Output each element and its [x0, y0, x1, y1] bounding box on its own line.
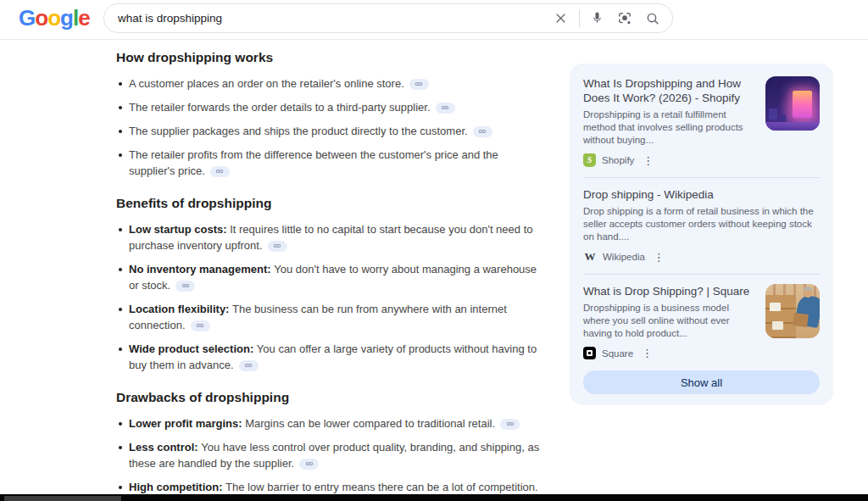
- bullet-item: A customer places an order on the retail…: [116, 75, 540, 92]
- card-title[interactable]: Drop shipping - Wikipedia: [583, 187, 820, 202]
- source-row: Wikipedia⋮: [583, 250, 820, 264]
- show-all-button[interactable]: Show all: [583, 370, 820, 394]
- source-card-list: What Is Dropshipping and How Does It Wor…: [583, 76, 820, 359]
- citation-link-icon[interactable]: [409, 79, 429, 90]
- citation-link-icon[interactable]: [473, 126, 492, 137]
- source-card[interactable]: Drop shipping - WikipediaDrop shipping i…: [583, 187, 820, 264]
- sources-panel: What Is Dropshipping and How Does It Wor…: [570, 64, 833, 405]
- section-heading: Benefits of dropshipping: [116, 196, 540, 211]
- card-divider: [583, 177, 820, 178]
- citation-link-icon[interactable]: [191, 320, 210, 331]
- bullet-item: Lower profit margins: Margins can be low…: [116, 415, 540, 431]
- source-name: Square: [602, 348, 633, 359]
- search-bar[interactable]: [103, 3, 673, 33]
- bullet-item: The retailer forwards the order details …: [116, 99, 540, 115]
- search-header: Google: [0, 0, 868, 40]
- lens-icon[interactable]: [614, 8, 636, 30]
- bullet-item: The retailer profits from the difference…: [116, 147, 540, 179]
- source-row: Shopify⋮: [583, 153, 755, 167]
- citation-link-icon[interactable]: [500, 419, 520, 430]
- square-icon-core: [588, 352, 591, 354]
- bullet-list: Lower profit margins: Margins can be low…: [116, 415, 540, 501]
- kebab-menu-icon[interactable]: ⋮: [642, 348, 653, 359]
- thumbnail-art: [793, 313, 808, 327]
- section-heading: How dropshipping works: [116, 50, 540, 65]
- neon-storefront-thumbnail[interactable]: [765, 76, 820, 131]
- bullet-item: Wide product selection: You can offer a …: [116, 341, 540, 373]
- bullet-list: Low startup costs: It requires little to…: [116, 221, 540, 373]
- citation-link-icon[interactable]: [175, 281, 195, 292]
- answer-content: How dropshipping worksA customer places …: [116, 50, 540, 501]
- search-input[interactable]: [118, 12, 543, 25]
- thumbnail-art: [765, 295, 796, 338]
- section-heading: Drawbacks of dropshipping: [116, 390, 540, 405]
- card-snippet: Drop shipping is a form of retail busine…: [583, 205, 820, 243]
- kebab-menu-icon[interactable]: ⋮: [654, 252, 665, 263]
- logo-letter: o: [35, 5, 47, 31]
- kebab-menu-icon[interactable]: ⋮: [643, 155, 654, 166]
- card-snippet: Dropshipping is a business model where y…: [583, 302, 755, 340]
- source-card[interactable]: What Is Dropshipping and How Does It Wor…: [583, 76, 820, 167]
- card-title[interactable]: What Is Dropshipping and How Does It Wor…: [583, 76, 755, 105]
- mic-icon[interactable]: [586, 8, 608, 30]
- clear-icon[interactable]: [549, 8, 571, 30]
- citation-link-icon[interactable]: [239, 360, 259, 371]
- citation-link-icon[interactable]: [299, 459, 319, 470]
- thumbnail-art: [770, 303, 781, 311]
- card-title[interactable]: What is Drop Shipping? | Square: [583, 284, 755, 298]
- logo-letter: G: [19, 5, 35, 31]
- bottom-edge-bar: [0, 494, 868, 501]
- logo-letter: e: [78, 5, 89, 31]
- thumbnail-art: [793, 91, 812, 118]
- citation-link-icon[interactable]: [210, 166, 230, 177]
- bullet-list: A customer places an order on the retail…: [116, 75, 540, 179]
- card-text: Drop shipping - WikipediaDrop shipping i…: [583, 187, 820, 264]
- card-snippet: Dropshipping is a retail fulfillment met…: [583, 109, 755, 147]
- thumbnail-art: [769, 109, 777, 120]
- bullet-item: No inventory management: You don't have …: [116, 261, 540, 293]
- logo-letter: o: [47, 5, 60, 31]
- bullet-item: Low startup costs: It requires little to…: [116, 221, 540, 253]
- bullet-item: Location flexibility: The business can b…: [116, 301, 540, 333]
- citation-link-icon[interactable]: [436, 103, 455, 114]
- shopify-icon: [583, 153, 596, 167]
- wikipedia-icon: [583, 250, 597, 264]
- logo-letter: g: [60, 5, 73, 31]
- google-logo[interactable]: Google: [19, 5, 90, 31]
- man-packing-boxes-thumbnail[interactable]: [765, 284, 820, 338]
- card-text: What Is Dropshipping and How Does It Wor…: [583, 76, 755, 167]
- search-bar-divider: [579, 10, 580, 27]
- source-row: Square⋮: [583, 347, 755, 359]
- thumbnail-art: [765, 122, 820, 131]
- bullet-item: The supplier packages and ships the prod…: [116, 123, 540, 139]
- citation-link-icon[interactable]: [268, 241, 287, 252]
- square-icon-inner: [587, 350, 593, 356]
- source-name: Wikipedia: [603, 252, 645, 262]
- source-name: Shopify: [602, 155, 634, 165]
- card-text: What is Drop Shipping? | SquareDropshipp…: [583, 284, 755, 359]
- bullet-item: Less control: You have less control over…: [116, 439, 540, 471]
- card-divider: [583, 274, 820, 275]
- source-card[interactable]: What is Drop Shipping? | SquareDropshipp…: [583, 284, 820, 359]
- bottom-edge-segment: [4, 496, 121, 501]
- square-icon: [583, 347, 596, 359]
- search-icon[interactable]: [642, 8, 664, 30]
